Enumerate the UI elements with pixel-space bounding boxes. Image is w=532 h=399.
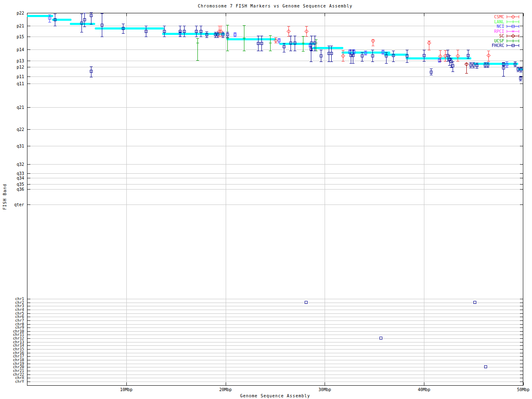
y-axis-tick (27, 178, 30, 178)
y-axis-tick (520, 353, 523, 353)
data-point-square (519, 77, 522, 80)
y-axis-tick (520, 378, 523, 378)
error-bar-cap (48, 22, 51, 22)
y-axis-tick (27, 328, 30, 328)
y-axis-tick (27, 164, 30, 165)
y-tick-label-band: p11 (17, 74, 24, 79)
y-axis-tick (520, 324, 523, 325)
data-point-square (392, 54, 395, 57)
error-bar-cap (502, 76, 505, 76)
y-tick-label-band: q22 (17, 127, 24, 132)
legend-sample-cap (507, 34, 507, 37)
error-bar-cap (289, 36, 292, 36)
data-point-square (80, 22, 83, 25)
y-axis-tick (520, 360, 523, 360)
x-axis-tick (424, 13, 424, 16)
data-point-square (484, 365, 487, 368)
y-axis-tick (27, 67, 30, 67)
data-point-square (101, 24, 103, 27)
error-bar-cap (364, 51, 367, 51)
fish-band-segment (312, 47, 343, 49)
error-bar-cap (196, 60, 199, 61)
data-point-square (502, 66, 505, 69)
data-point-square (385, 54, 388, 57)
data-point-square (361, 54, 364, 57)
error-bar-cap (293, 51, 296, 51)
error-bar-cap (216, 32, 219, 32)
error-bar-cap (352, 50, 355, 50)
y-tick-label-band: p14 (17, 47, 24, 52)
error-bar-cap (450, 58, 453, 59)
error-bar-cap (278, 38, 281, 39)
y-axis-tick (520, 374, 523, 375)
data-point-square (514, 63, 517, 66)
y-axis-tick (27, 382, 30, 382)
y-axis-tick (27, 345, 30, 346)
error-bar-cap (475, 63, 478, 63)
error-bar-cap (330, 46, 333, 46)
data-point-square (278, 39, 281, 42)
y-axis-tick (27, 76, 30, 77)
data-point-square (467, 54, 470, 57)
y-axis-tick (27, 129, 30, 130)
y-axis-tick (520, 310, 523, 310)
y-axis-tick (520, 338, 523, 339)
y-tick-label-band: p13 (17, 59, 24, 63)
error-bar-cap (269, 35, 272, 36)
y-axis-tick (520, 331, 523, 332)
legend-sample-cap (519, 44, 519, 47)
y-axis-tick (27, 371, 30, 371)
y-tick-label-band: p15 (17, 34, 24, 39)
error-bar-cap (219, 37, 222, 37)
error-bar-cap (406, 62, 409, 63)
y-axis-tick (520, 371, 523, 371)
data-point-square (371, 54, 374, 57)
error-bar-cap (80, 32, 83, 32)
legend-sample-cap (519, 39, 519, 42)
legend-sample-cap (507, 39, 507, 42)
error-bar-cap (320, 50, 323, 50)
error-bar-cap (90, 66, 93, 67)
y-axis-tick (520, 129, 523, 130)
error-bar-cap (278, 43, 281, 43)
y-axis-tick (27, 13, 30, 13)
legend-sample-cap (507, 44, 507, 47)
y-axis-tick (27, 378, 30, 378)
x-tick-label: 10Mbp (120, 387, 133, 392)
x-axis-tick (226, 382, 226, 385)
error-bar-cap (101, 37, 103, 37)
error-bar-cap (472, 62, 475, 63)
error-bar-cap (448, 55, 451, 56)
data-point-square (451, 64, 454, 67)
error-bar-cap (406, 50, 409, 50)
error-bar-cap (486, 67, 489, 68)
error-bar-cap (200, 26, 202, 26)
y-axis-tick (520, 303, 523, 303)
data-point-square (505, 63, 508, 66)
y-tick-label-band: q35 (17, 182, 24, 187)
error-bar-cap (310, 36, 313, 36)
y-axis-tick (520, 26, 523, 26)
error-bar-cap (195, 26, 198, 26)
y-axis-tick (27, 299, 30, 299)
error-bar-cap (364, 55, 367, 55)
error-bar-cap (226, 32, 229, 32)
y-axis-tick (520, 335, 523, 335)
error-bar-cap (90, 12, 93, 13)
error-bar-cap (302, 36, 305, 37)
error-bar-cap (205, 37, 208, 38)
x-axis-title: Genome Sequence Assembly (240, 394, 310, 398)
y-axis-tick (27, 374, 30, 375)
error-bar-cap (313, 51, 316, 51)
error-bar-cap (352, 63, 355, 64)
y-axis-tick (27, 173, 30, 174)
error-bar-cap (310, 62, 313, 62)
y-tick-label-band: p21 (17, 24, 24, 28)
data-point-square (83, 18, 86, 21)
error-bar-cap (222, 37, 224, 38)
y-axis-tick (27, 360, 30, 360)
error-bar-cap (361, 52, 364, 53)
data-point-square (122, 27, 125, 30)
y-axis-tick (520, 367, 523, 367)
error-bar-cap (54, 14, 57, 14)
